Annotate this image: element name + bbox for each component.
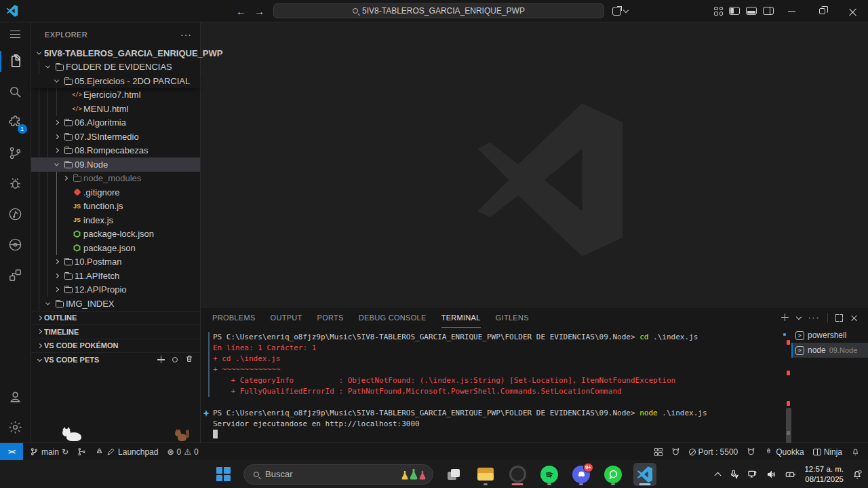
- terminal-profile-chevron-icon[interactable]: [795, 314, 801, 320]
- debug-bug-view-icon[interactable]: [0, 168, 31, 199]
- tree-item-5iv8-tableros-garcia-enrique-pwp[interactable]: 5IV8-TABLEROS_GARCIA_ENRIQUE_PWP: [31, 46, 200, 60]
- explorer-more-actions-icon[interactable]: ···: [180, 29, 192, 40]
- command-center-search[interactable]: 5IV8-TABLEROS_GARCIA_ENRIQUE_PWP: [273, 3, 604, 18]
- panel-tab-terminal[interactable]: TERMINAL: [441, 307, 481, 328]
- tree-item-label: Ejercicio7.html: [83, 90, 141, 100]
- speaker-icon[interactable]: [766, 469, 777, 480]
- menu-hamburger-icon[interactable]: [0, 22, 31, 46]
- tree-item-09-node[interactable]: 09.Node: [31, 157, 200, 172]
- extensions-view-icon[interactable]: 1: [0, 107, 31, 138]
- problems-status[interactable]: ⊗ 0 ⚠ 0: [167, 447, 198, 457]
- pet-sprite-squirrel[interactable]: [178, 434, 186, 441]
- battery-charging-icon[interactable]: [785, 469, 796, 480]
- terminal-instance-powershell[interactable]: >powershell: [791, 328, 868, 343]
- customize-layout-icon[interactable]: [714, 7, 723, 16]
- section-vs-code-pets[interactable]: VS CODE PETS: [31, 352, 200, 367]
- pet-sprite-cat[interactable]: [66, 432, 81, 441]
- section-timeline[interactable]: TIMELINE: [31, 324, 200, 339]
- tree-item-gitignore[interactable]: .gitignore: [31, 185, 200, 200]
- tree-item-ejercicio7-html[interactable]: Ejercicio7.html: [31, 88, 200, 102]
- remote-explorer-view-icon[interactable]: [0, 260, 31, 290]
- panel-tab-debug-console[interactable]: DEBUG CONSOLE: [359, 307, 427, 328]
- back-arrow-icon[interactable]: ←: [236, 5, 246, 17]
- waffle-status-icon[interactable]: [654, 448, 663, 456]
- tree-item-label: 12.APIPropio: [75, 284, 127, 295]
- explorer-view-icon[interactable]: [0, 46, 31, 77]
- editor-area[interactable]: [201, 22, 868, 307]
- minimize-button[interactable]: [776, 0, 807, 22]
- microphone-location-icon[interactable]: [728, 469, 739, 480]
- settings-gear-icon[interactable]: [0, 412, 31, 443]
- pokemon-status-icon[interactable]: [671, 447, 680, 456]
- vscode-watermark-logo: [468, 102, 634, 258]
- display-pen-icon[interactable]: [747, 469, 758, 480]
- panel-more-actions-icon[interactable]: ···: [808, 315, 821, 320]
- section-vs-code-pok-mon[interactable]: VS CODE POKÉMON: [31, 339, 200, 353]
- task-view-button[interactable]: [442, 463, 465, 486]
- panel-tab-gitlens[interactable]: GITLENS: [496, 307, 529, 328]
- git-branch-status[interactable]: main ↻: [30, 447, 68, 457]
- remote-indicator[interactable]: ><: [0, 443, 23, 461]
- tree-item-06-algoritmia[interactable]: 06.Algoritmia: [31, 116, 200, 130]
- toggle-primary-sidebar-icon[interactable]: [729, 7, 740, 15]
- tree-item-12-apipropio[interactable]: 12.APIPropio: [31, 283, 200, 297]
- tree-item-package-json[interactable]: package.json: [31, 241, 200, 255]
- git-graph-status-icon[interactable]: [77, 447, 86, 456]
- quokka-status[interactable]: Quokka: [764, 447, 804, 457]
- panel-tab-output[interactable]: OUTPUT: [271, 307, 302, 328]
- account-icon[interactable]: [0, 381, 31, 412]
- launchpad-status[interactable]: Launchpad: [95, 447, 158, 457]
- new-terminal-button[interactable]: [781, 314, 789, 322]
- panel-tab-problems[interactable]: PROBLEMS: [212, 307, 256, 328]
- pokemon-status-icon-2[interactable]: [747, 447, 755, 456]
- tree-item-10-postman[interactable]: 10.Postman: [31, 255, 200, 269]
- tree-item-folder-de-evidencias[interactable]: FOLDER DE EVIDENCIAS: [31, 60, 200, 75]
- vscode-app-icon[interactable]: [633, 463, 656, 486]
- terminal-output[interactable]: PS C:\Users\enriq_o8fjz9p\Music\5IV8-TAB…: [201, 328, 786, 443]
- run-circle-view-icon[interactable]: [0, 199, 31, 229]
- tree-item-07-jsintermedio[interactable]: 07.JSIntermedio: [31, 130, 200, 144]
- tree-item-function-js[interactable]: function.js: [31, 200, 200, 214]
- close-panel-icon[interactable]: [851, 314, 858, 321]
- discord-app-icon[interactable]: 9+: [570, 463, 593, 486]
- whatsapp-app-icon[interactable]: [601, 463, 625, 486]
- forward-arrow-icon[interactable]: →: [254, 5, 264, 17]
- source-control-view-icon[interactable]: [0, 138, 31, 168]
- notification-bell-icon[interactable]: [852, 469, 863, 480]
- tray-chevron-up-icon[interactable]: [715, 472, 722, 478]
- pokemon-pokeball-view-icon[interactable]: [0, 229, 31, 260]
- maximize-panel-icon[interactable]: [835, 314, 843, 322]
- tree-item-08-rompecabezas[interactable]: 08.Rompecabezas: [31, 144, 200, 158]
- start-button[interactable]: [212, 463, 235, 486]
- dark-circle-app-icon[interactable]: [506, 463, 529, 486]
- rocket-icon: [95, 447, 104, 456]
- live-server-port-status[interactable]: Port : 5500: [689, 447, 738, 457]
- file-explorer-app-icon[interactable]: [474, 463, 497, 486]
- taskbar-search[interactable]: Buscar: [243, 464, 433, 485]
- notifications-bell-icon[interactable]: [851, 447, 860, 456]
- tree-item-menu-html[interactable]: MENU.html: [31, 102, 200, 116]
- tree-item-package-lock-json[interactable]: package-lock.json: [31, 227, 200, 242]
- delete-pet-icon[interactable]: [185, 354, 193, 364]
- ninja-status[interactable]: Ninja: [813, 447, 842, 457]
- panel-tab-ports[interactable]: PORTS: [317, 307, 344, 328]
- toggle-panel-icon[interactable]: [746, 7, 757, 15]
- restore-button[interactable]: [807, 0, 837, 22]
- terminal-overview-ruler[interactable]: [786, 328, 791, 443]
- share-window-menu[interactable]: [612, 7, 628, 16]
- terminal-instance-node[interactable]: >node09.Node: [791, 343, 868, 358]
- section-outline[interactable]: OUTLINE: [31, 311, 200, 325]
- tree-item-img-index[interactable]: IMG_INDEX: [31, 297, 200, 311]
- chevron-right-icon: [52, 135, 62, 138]
- close-button[interactable]: [837, 0, 868, 22]
- tree-item-node-modules[interactable]: node_modules: [31, 172, 200, 186]
- tray-clock[interactable]: 12:57 a. m. 08/11/2025: [804, 464, 844, 485]
- tree-item-05-ejercicios-2do-parcial[interactable]: 05.Ejercicios - 2DO PARCIAL: [31, 74, 200, 88]
- tree-item-11-apifetch[interactable]: 11.APIfetch: [31, 269, 200, 283]
- roll-call-icon[interactable]: [172, 357, 178, 362]
- spotify-app-icon[interactable]: [538, 463, 561, 486]
- toggle-secondary-sidebar-icon[interactable]: [763, 7, 774, 15]
- tree-item-index-js[interactable]: index.js: [31, 213, 200, 227]
- search-view-icon[interactable]: [0, 77, 31, 107]
- add-pet-icon[interactable]: [157, 356, 165, 363]
